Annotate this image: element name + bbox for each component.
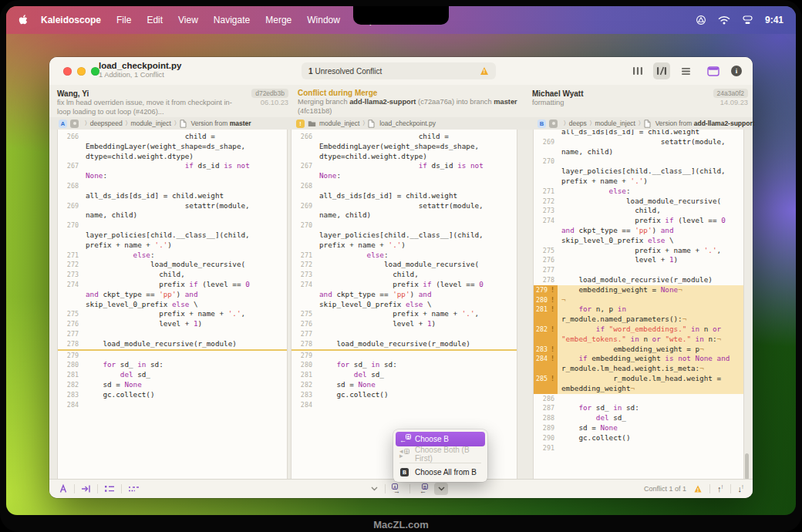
menu-item-kaleidoscope[interactable]: Kaleidoscope: [41, 15, 101, 25]
watermark: MacZL.com: [0, 519, 802, 530]
version-badge-b: B: [537, 120, 546, 128]
repo-icon: [549, 120, 558, 128]
divider: [409, 484, 410, 493]
menu-item-merge[interactable]: Merge: [265, 15, 291, 25]
context-menu-item-choose-b[interactable]: B←Choose B: [396, 432, 485, 446]
line-number: [58, 210, 82, 221]
context-menu-item-choose-all-from-b[interactable]: BChoose All from B: [396, 465, 485, 480]
choose-b-menu-chevron[interactable]: [434, 483, 448, 495]
line-number: 269: [58, 201, 82, 211]
breadcrumb-bar: A〉deepspeed〉module_inject〉Version from m…: [49, 117, 753, 130]
breadcrumb-separator: 〉: [590, 120, 592, 127]
breadcrumb-file[interactable]: load_checkpoint.py: [368, 120, 436, 128]
text-style-icon[interactable]: [59, 484, 68, 493]
code-line: 271 else:: [291, 251, 517, 261]
breadcrumb-item[interactable]: module_inject: [319, 120, 359, 127]
line-numbers-icon[interactable]: [104, 484, 115, 493]
line-number: [534, 364, 558, 374]
line-number: 283: [291, 390, 315, 400]
breadcrumb-separator: 〉: [174, 120, 177, 127]
scrollbar-thumb[interactable]: [745, 453, 749, 480]
close-button[interactable]: [63, 67, 72, 76]
code-line: 282 sd = None: [291, 380, 517, 390]
line-number: 272: [291, 260, 315, 270]
info-button[interactable]: i: [731, 66, 742, 76]
window-title: load_checkpoint.py: [99, 61, 181, 70]
code-line: 272 load_module_recursive(: [58, 260, 287, 270]
line-number: [534, 147, 558, 157]
menu-item-navigate[interactable]: Navigate: [214, 15, 250, 25]
breadcrumb-file[interactable]: Version from master: [180, 120, 251, 128]
pane-a-code[interactable]: 266 child =EmbeddingLayer(weight_shape=d…: [57, 130, 288, 480]
apple-menu-icon[interactable]: [19, 15, 29, 26]
line-number: 278: [291, 339, 315, 349]
unified-view-icon[interactable]: [677, 62, 694, 79]
minimize-button[interactable]: [77, 67, 86, 76]
commit-b-message: formatting: [532, 99, 564, 108]
code-line: 287 for sd_ in sd:: [534, 403, 743, 413]
line-number: 267: [291, 161, 315, 171]
pane-b-code[interactable]: all_ds_ids[ds_id] = child.weight269 seta…: [533, 130, 744, 480]
breadcrumb-item[interactable]: module_inject: [595, 120, 635, 127]
chevron-down-icon[interactable]: [369, 483, 379, 494]
commit-b-hash: 24a3a0f2: [713, 89, 748, 98]
code-line: dtype=child.weight.dtype): [291, 152, 517, 162]
choose-b-button[interactable]: B←: [416, 483, 429, 494]
wifi-icon[interactable]: [718, 15, 730, 25]
menu-item-file[interactable]: File: [116, 15, 131, 25]
line-number: 276: [291, 319, 315, 329]
line-number: 279: [291, 351, 315, 361]
code-line: skip_level_0_prefix else \: [291, 300, 517, 310]
code-line: 266 child =: [58, 132, 287, 142]
fluid-view-icon[interactable]: [653, 62, 670, 79]
breadcrumb-item[interactable]: deeps: [569, 120, 587, 127]
previous-conflict-button[interactable]: ↑!: [717, 484, 723, 493]
indent-guides-icon[interactable]: [81, 484, 91, 493]
line-number: 278: [534, 275, 558, 285]
conflict-navigator[interactable]: 1 Unresolved Conflict: [302, 62, 496, 79]
code-line: and ckpt_type == 'pp') and: [291, 290, 517, 300]
line-number: 268: [291, 181, 315, 191]
code-line: 267 if ds_id is not: [291, 161, 517, 171]
menu-item-window[interactable]: Window: [307, 15, 340, 25]
menu-item-view[interactable]: View: [178, 15, 198, 25]
menu-bar-status: 9:41: [696, 15, 783, 25]
line-number: 267: [58, 161, 82, 171]
code-line: 282! if "word_embeddings." in n or: [534, 325, 743, 335]
menu-item-label: Choose All from B: [415, 468, 477, 476]
code-line: 277: [534, 265, 743, 275]
kaleidoscope-status-icon[interactable]: [696, 15, 706, 25]
code-line: 275 prefix + name + '.',: [291, 309, 517, 319]
line-number: [291, 142, 315, 152]
breadcrumb-separator: 〉: [126, 120, 128, 127]
line-number: 268: [58, 181, 82, 191]
commit-b: Michael Wyatt 24a3a0f2 formatting 14.09.…: [532, 85, 748, 117]
merge-message: Merging branch add-llama2-support (c72aa…: [298, 98, 518, 116]
line-number: 270: [291, 221, 315, 231]
line-number: 291: [534, 443, 558, 453]
pane-base-code[interactable]: 266 child =EmbeddingLayer(weight_shape=d…: [291, 130, 517, 480]
line-number: 266: [291, 132, 315, 142]
control-center-icon[interactable]: [742, 15, 753, 25]
code-line: 277: [58, 329, 287, 339]
camera-notch: [353, 6, 449, 25]
code-line: skip_level_0_prefix else \: [534, 236, 743, 246]
line-number: 274: [291, 280, 315, 290]
code-line: 281 del sd_: [291, 370, 517, 380]
menu-item-edit[interactable]: Edit: [147, 15, 163, 25]
line-number: [291, 191, 315, 201]
code-line: name, child): [291, 210, 517, 221]
invisibles-icon[interactable]: [128, 484, 140, 493]
breadcrumb-item[interactable]: module_inject: [130, 120, 170, 127]
next-conflict-button[interactable]: ↓!: [738, 484, 743, 493]
file-browser-icon[interactable]: [707, 66, 719, 76]
title-bar: load_checkpoint.py 1 Addition, 1 Conflic…: [49, 57, 753, 86]
choose-a-button[interactable]: A→: [391, 483, 404, 494]
breadcrumb-item[interactable]: deepspeed: [90, 120, 123, 127]
breadcrumb-base: !module_inject〉load_checkpoint.py: [296, 117, 436, 130]
line-number: 271: [291, 251, 315, 261]
breadcrumb-file[interactable]: Version from add-llama2-support: [644, 120, 755, 128]
columns-view-icon[interactable]: [629, 62, 646, 79]
line-number: 279!: [534, 285, 558, 295]
code-line: 276 level + 1): [291, 319, 517, 329]
